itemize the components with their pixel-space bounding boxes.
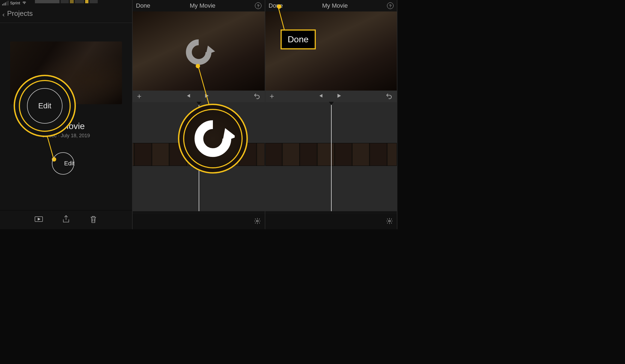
chevron-left-icon	[2, 10, 5, 17]
back-to-projects[interactable]: Projects	[0, 6, 132, 23]
project-subtitle: 50 sec · July 18, 2019	[10, 133, 122, 139]
svg-marker-2	[38, 218, 40, 220]
callout-rotate-large	[178, 104, 248, 174]
callout-done-box: Done	[281, 29, 316, 49]
svg-point-6	[257, 220, 258, 222]
divider	[0, 23, 132, 23]
help-button[interactable]: ?	[387, 2, 394, 9]
add-media-button[interactable]: +	[137, 93, 141, 100]
play-to-tv-icon[interactable]	[34, 214, 44, 225]
settings-button[interactable]	[386, 217, 393, 226]
projects-toolbar	[0, 210, 132, 229]
svg-line-7	[278, 8, 284, 30]
callout-edit-label: Edit	[38, 102, 51, 110]
timeline[interactable]	[265, 102, 397, 211]
editor-topbar: Done My Movie ?	[133, 0, 265, 11]
callout-edit-large: Edit	[14, 75, 76, 137]
trash-icon[interactable]	[88, 214, 98, 225]
edit-button-label: Edit	[64, 160, 75, 167]
undo-button[interactable]	[253, 92, 260, 100]
play-button[interactable]	[336, 93, 342, 100]
video-preview[interactable]	[133, 11, 265, 91]
wifi-icon	[20, 1, 27, 5]
playhead[interactable]	[331, 102, 332, 211]
carrier-label: Sprint	[10, 1, 20, 5]
help-button[interactable]: ?	[255, 2, 261, 9]
editor-controls: +	[265, 91, 397, 102]
done-button[interactable]: Done	[136, 2, 150, 9]
status-bar: Sprint	[0, 0, 132, 6]
back-label: Projects	[7, 9, 33, 18]
add-media-button[interactable]: +	[270, 93, 274, 100]
panel-editor-rotate: Done My Movie ? +	[133, 0, 265, 229]
undo-button[interactable]	[385, 92, 392, 100]
callout-dot	[277, 4, 281, 9]
callout-leader	[46, 133, 58, 158]
editor-bottombar	[265, 214, 397, 229]
share-icon[interactable]	[61, 214, 71, 225]
panel-editor-done: Done My Movie ? M Done +	[265, 0, 397, 229]
settings-button[interactable]	[254, 217, 261, 226]
signal-icon	[2, 1, 8, 5]
svg-point-8	[389, 220, 391, 222]
skip-back-button[interactable]	[317, 93, 323, 100]
callout-done-label: Done	[288, 34, 309, 44]
callout-dot	[196, 64, 200, 68]
editor-title: My Movie	[190, 2, 215, 9]
callout-leader: M	[273, 6, 286, 31]
svg-line-0	[46, 133, 53, 158]
panel-projects: Sprint Projects My Movie 50 sec · July 1…	[0, 0, 133, 229]
editor-bottombar	[133, 214, 265, 229]
editor-title: My Movie	[322, 2, 348, 9]
blurred-header-area	[35, 0, 98, 5]
skip-back-button[interactable]	[185, 93, 191, 100]
